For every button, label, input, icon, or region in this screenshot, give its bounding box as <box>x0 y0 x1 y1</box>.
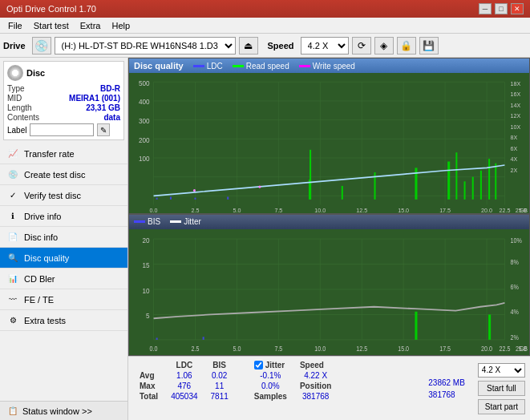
svg-rect-55 <box>464 181 466 200</box>
svg-rect-49 <box>310 150 311 200</box>
maximize-button[interactable]: □ <box>495 3 508 14</box>
disc-type-value: BD-R <box>100 84 120 93</box>
svg-rect-50 <box>342 186 343 200</box>
svg-text:10: 10 <box>142 286 149 295</box>
disc-info-label: Disc info <box>24 232 58 242</box>
start-full-button[interactable]: Start full <box>478 381 525 396</box>
refresh-button[interactable]: ⟳ <box>352 37 371 55</box>
max-ldc: 476 <box>164 381 204 391</box>
sidebar-item-verify-test-disc[interactable]: ✓ Verify test disc <box>0 185 127 206</box>
jitter-checkbox[interactable] <box>254 361 263 370</box>
svg-text:0.0: 0.0 <box>150 345 158 353</box>
ldc-header: LDC <box>164 360 204 370</box>
svg-rect-58 <box>488 159 490 200</box>
svg-text:5: 5 <box>146 311 150 320</box>
drive-info-icon: ℹ <box>6 210 19 223</box>
legend-bis: BIS <box>134 217 160 226</box>
speed-selector[interactable]: 4.2 X <box>301 37 349 55</box>
close-button[interactable]: ✕ <box>511 3 524 14</box>
stats-table: LDC BIS Jitter Speed Avg 1.0 <box>133 360 422 417</box>
eject-button[interactable]: ⏏ <box>239 37 258 55</box>
legend-jitter: Jitter <box>170 217 201 226</box>
bottom-chart-svg: 20 15 10 5 10% 8% 6% 4% 2% 0.0 2.5 5.0 7… <box>129 229 529 355</box>
start-part-button[interactable]: Start part <box>478 399 525 414</box>
svg-rect-59 <box>495 164 496 200</box>
disc-quality-icon: 🔍 <box>6 252 19 265</box>
start-buttons-panel: 4.2 X Start full Start part <box>478 360 525 417</box>
transfer-rate-label: Transfer rate <box>24 149 75 159</box>
svg-rect-44 <box>156 198 158 200</box>
menu-help[interactable]: Help <box>107 19 135 32</box>
menu-start-test[interactable]: Start test <box>29 19 74 32</box>
speed-select-stats[interactable]: 4.2 X <box>478 363 525 378</box>
sidebar-item-extra-tests[interactable]: ⚙ Extra tests <box>0 310 127 331</box>
position-label: Position <box>293 381 338 391</box>
legend-bis-label: BIS <box>148 217 160 226</box>
sidebar-nav: 📈 Transfer rate 💿 Create test disc ✓ Ver… <box>0 143 127 401</box>
bottom-chart-panel: BIS Jitter <box>128 214 530 356</box>
svg-text:0.0: 0.0 <box>150 206 158 212</box>
svg-rect-102 <box>488 314 491 339</box>
sidebar-item-disc-quality[interactable]: 🔍 Disc quality <box>0 248 127 269</box>
svg-text:16X: 16X <box>511 91 521 98</box>
svg-text:2.5: 2.5 <box>192 345 200 353</box>
fe-te-icon: 〰 <box>6 293 19 306</box>
svg-text:22.5: 22.5 <box>500 206 511 212</box>
sidebar-item-cd-bler[interactable]: 📊 CD Bler <box>0 269 127 289</box>
legend-read-speed-label: Read speed <box>246 62 289 71</box>
title-bar: Opti Drive Control 1.70 ─ □ ✕ <box>0 0 530 18</box>
disc-label-row: Label ✎ <box>7 123 120 136</box>
legend-jitter-label: Jitter <box>184 217 201 226</box>
disc-icon <box>7 65 23 81</box>
sidebar-item-disc-info[interactable]: 📄 Disc info <box>0 227 127 248</box>
disc-label-button[interactable]: ✎ <box>97 123 110 136</box>
menu-file[interactable]: File <box>3 19 27 32</box>
save-button[interactable]: 💾 <box>419 37 439 55</box>
max-label: Max <box>133 381 164 391</box>
sidebar-item-transfer-rate[interactable]: 📈 Transfer rate <box>0 143 127 164</box>
svg-text:10.0: 10.0 <box>314 206 326 212</box>
extra-tests-label: Extra tests <box>24 316 66 325</box>
icon-button-1[interactable]: ◈ <box>374 37 394 55</box>
svg-text:8%: 8% <box>511 258 519 266</box>
status-window-button[interactable]: 📋 Status window >> <box>0 401 127 420</box>
svg-text:300: 300 <box>139 117 150 125</box>
menu-bar: File Start test Extra Help <box>0 18 530 34</box>
disc-length-label: Length <box>7 103 32 112</box>
menu-extra[interactable]: Extra <box>75 19 106 32</box>
total-label: Total <box>133 391 164 402</box>
disc-quality-label: Disc quality <box>24 253 69 263</box>
legend-read-speed: Read speed <box>233 62 289 71</box>
svg-point-60 <box>193 189 196 192</box>
samples-value: 381768 <box>293 391 338 402</box>
svg-text:GB: GB <box>520 206 528 212</box>
minimize-button[interactable]: ─ <box>479 3 492 14</box>
speed-header: Speed <box>293 360 338 370</box>
chart-title-bar: Disc quality LDC Read speed Write speed <box>129 59 529 73</box>
svg-rect-46 <box>194 198 196 200</box>
sidebar-item-drive-info[interactable]: ℹ Drive info <box>0 206 127 227</box>
fe-te-label: FE / TE <box>24 295 54 305</box>
avg-speed: 4.22 X <box>293 370 338 381</box>
create-test-disc-icon: 💿 <box>6 168 19 181</box>
drive-selector[interactable]: (H:) HL-DT-ST BD-RE WH16NS48 1.D3 <box>55 37 236 55</box>
svg-text:12.5: 12.5 <box>356 345 367 353</box>
svg-text:20.0: 20.0 <box>481 345 492 353</box>
svg-rect-62 <box>129 229 529 355</box>
sidebar-item-create-test-disc[interactable]: 💿 Create test disc <box>0 164 127 185</box>
svg-text:7.5: 7.5 <box>274 206 282 212</box>
verify-test-disc-label: Verify test disc <box>24 191 81 200</box>
svg-rect-0 <box>129 73 529 213</box>
sidebar-item-fe-te[interactable]: 〰 FE / TE <box>0 289 127 310</box>
disc-label-input[interactable] <box>30 123 94 136</box>
chart-title: Disc quality <box>134 61 184 71</box>
svg-text:22.5: 22.5 <box>500 345 511 353</box>
disc-type-row: Type BD-R <box>7 84 120 93</box>
svg-text:2.5: 2.5 <box>192 206 200 212</box>
svg-text:5.0: 5.0 <box>233 345 241 353</box>
svg-text:15: 15 <box>142 260 149 269</box>
total-bis: 7811 <box>204 391 235 402</box>
max-bis: 11 <box>204 381 235 391</box>
avg-bis: 0.02 <box>204 370 235 381</box>
icon-button-2[interactable]: 🔒 <box>397 37 416 55</box>
